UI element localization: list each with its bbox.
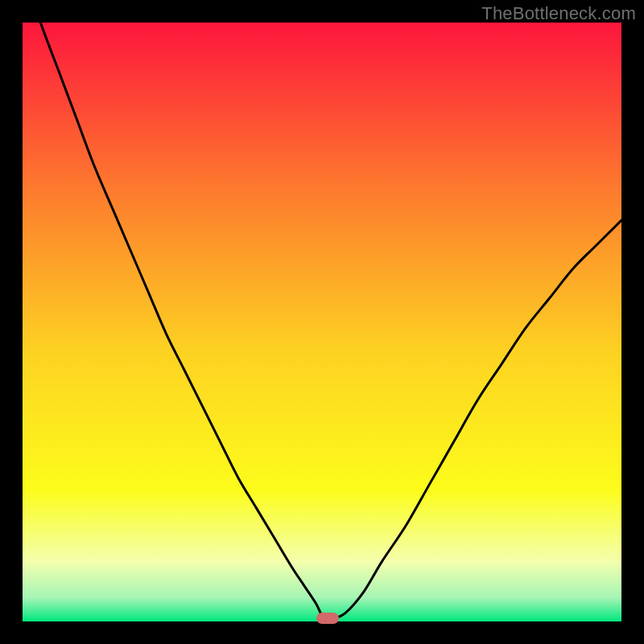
chart-svg — [23, 23, 621, 621]
plot-area — [23, 23, 621, 621]
watermark-text: TheBottleneck.com — [481, 3, 636, 24]
optimum-marker — [316, 613, 339, 624]
chart-frame: TheBottleneck.com — [0, 0, 644, 644]
